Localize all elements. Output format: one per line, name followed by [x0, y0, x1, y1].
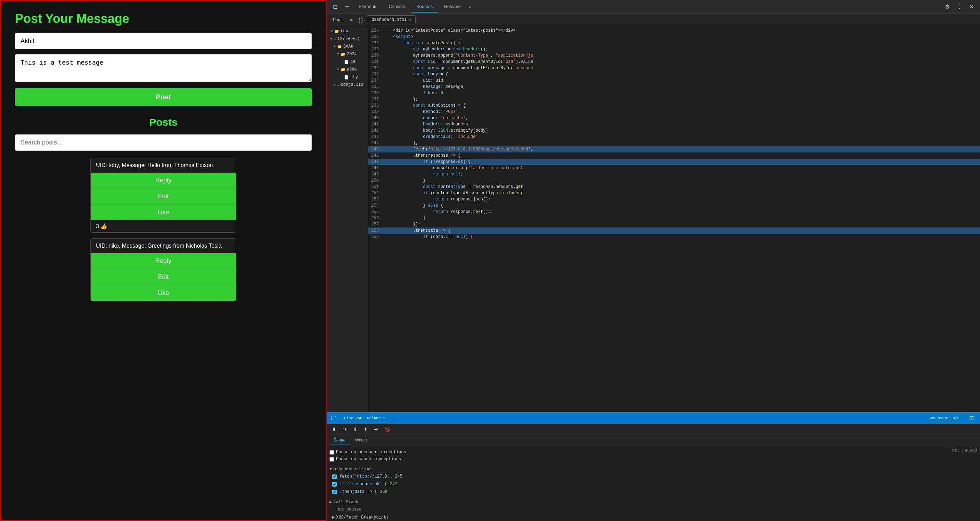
post-button[interactable]: Post: [15, 88, 312, 106]
edit-button[interactable]: Edit: [91, 269, 236, 285]
code-line: 242 body: JSON.stringify(body),: [368, 127, 980, 134]
like-button[interactable]: Like: [91, 285, 236, 301]
sidebar-label: sty: [350, 75, 358, 79]
xhrfetch-label: XHR/fetch Breakpoints: [336, 515, 388, 520]
breakpoints-section: ▼ ⚙ dashboard.html fetch('http://127.0.……: [329, 465, 651, 496]
edit-button[interactable]: Edit: [91, 189, 236, 205]
code-line: 240 cache: 'no-cache',: [368, 115, 980, 121]
step-over-button[interactable]: ↷: [340, 426, 349, 433]
code-line: 259 if (data.l== null) {: [368, 234, 980, 240]
callstack-header[interactable]: ▶ Call Stack: [329, 499, 651, 506]
more-options-icon[interactable]: ⋮: [954, 2, 965, 11]
code-line: 257 });: [368, 221, 980, 227]
bp1-checkbox[interactable]: [332, 475, 337, 479]
reply-button[interactable]: Reply: [91, 253, 236, 269]
tab-network[interactable]: Network: [439, 1, 466, 13]
post-header: UID: toby, Message: Hello from Thomas Ed…: [91, 158, 236, 173]
coverage-icon[interactable]: ⊡: [966, 413, 977, 423]
step-button[interactable]: ↩: [372, 426, 380, 433]
sidebar-item-saak[interactable]: ▼ 📁 SAAK: [327, 43, 368, 50]
code-line: 231 const uid = document.getElementById(…: [368, 59, 980, 65]
pause-uncaught-label: Pause on uncaught exceptions: [336, 450, 406, 455]
pause-uncaught-item: Pause on uncaught exceptions: [329, 449, 651, 456]
code-line: 232 const message = document.getElementB…: [368, 65, 980, 71]
devtools-panel: ⊡ ▭ Elements Console Sources Network » ⚙…: [327, 0, 980, 521]
message-input[interactable]: This is a test message: [15, 54, 312, 82]
breakpoints-header[interactable]: ▼ ⚙ dashboard.html: [329, 465, 651, 473]
bp1-text: fetch('http://127.0.…: [339, 474, 392, 479]
reply-button[interactable]: Reply: [91, 173, 236, 189]
code-line: 235 message: message,: [368, 84, 980, 90]
sidebar-label: top: [340, 29, 348, 34]
more-pages[interactable]: »: [347, 14, 355, 25]
code-line: 229 var myHeaders = new Headers();: [368, 46, 980, 52]
bp2-text: if (!response.ok) {: [339, 482, 387, 487]
tab-scope[interactable]: Scope: [329, 435, 350, 445]
bp3-checkbox[interactable]: [332, 490, 337, 494]
xhrfetch-header[interactable]: ▶ XHR/fetch Breakpoints: [332, 515, 648, 520]
username-input[interactable]: Akhil: [15, 33, 312, 49]
pause-button[interactable]: ⏸: [329, 426, 339, 433]
like-button[interactable]: Like: [91, 205, 236, 220]
pause-caught-checkbox[interactable]: [329, 457, 334, 462]
tab-sources[interactable]: Sources: [412, 1, 438, 13]
sidebar-item-da[interactable]: 📄 da: [327, 58, 368, 66]
code-line: 233 const body = {: [368, 71, 980, 78]
search-input[interactable]: [15, 134, 312, 151]
file-tab-close-icon[interactable]: ✕: [409, 18, 411, 22]
expand-icon: ▶: [334, 83, 336, 87]
more-tabs[interactable]: »: [467, 2, 474, 12]
settings-icon[interactable]: ⚙: [942, 2, 953, 11]
tab-watch[interactable]: Watch: [351, 435, 371, 445]
code-line: 238 const authOptions = {: [368, 102, 980, 109]
bottom-content: Pause on uncaught exceptions Pause on ca…: [327, 446, 980, 521]
sidebar-item-top[interactable]: ▼ 📁 top: [327, 27, 368, 35]
code-line: 226 <div id="latestPosts" class="latest-…: [368, 27, 980, 34]
format-icon[interactable]: { }: [356, 16, 366, 24]
inspect-icon[interactable]: ⊡: [330, 2, 340, 11]
step-into-button[interactable]: ⬇: [351, 426, 360, 433]
breakpoint-item: fetch('http://127.0.… 245: [329, 473, 651, 480]
breakpoints-file-label: dashboard.html: [337, 467, 372, 472]
deactivate-button[interactable]: 🚫: [382, 426, 392, 433]
xhrfetch-section: ▶ XHR/fetch Breakpoints: [329, 513, 651, 521]
code-line: 228 function createPost() {: [368, 40, 980, 46]
breakpoint-item: if (!response.ok) { 247: [329, 480, 651, 488]
bp2-checkbox[interactable]: [332, 482, 337, 487]
file-icon: 📄: [344, 75, 349, 79]
sidebar-item-sty[interactable]: 📄 sty: [327, 73, 368, 81]
debugger-toolbar: ⏸ ↷ ⬇ ⬆ ↩ 🚫: [327, 424, 980, 435]
sidebar-item-asse[interactable]: ▼ 📁 asse: [327, 66, 368, 73]
post-card: UID: toby, Message: Hello from Thomas Ed…: [91, 158, 236, 233]
devtools-topbar: ⊡ ▭ Elements Console Sources Network » ⚙…: [327, 0, 980, 14]
expand-icon: ▼: [334, 45, 336, 49]
page-title: Post Your Message: [15, 11, 312, 26]
file-tab-dashboard[interactable]: dashboard.html ✕: [367, 15, 415, 24]
device-icon[interactable]: ▭: [342, 2, 352, 11]
callstack-section: ▶ Call Stack Not paused: [329, 499, 651, 513]
step-out-button[interactable]: ⬆: [361, 426, 370, 433]
code-line: 244 };: [368, 140, 980, 146]
pause-caught-item: Pause on caught exceptions: [329, 456, 651, 463]
expand-icon: ▼: [330, 37, 332, 41]
expand-icon: ▼: [331, 30, 333, 33]
sidebar-item-2024[interactable]: ▼ 📁 2024: [327, 50, 368, 58]
sidebar-item-cdnjs[interactable]: ▶ ☁ cdnjs.clo: [327, 81, 368, 89]
close-devtools-icon[interactable]: ✕: [966, 2, 977, 11]
file-tabbar: Page » { } dashboard.html ✕: [327, 14, 980, 26]
expand-icon: ▶: [329, 499, 332, 505]
code-line: 254 } else {: [368, 202, 980, 209]
page-button[interactable]: Page: [329, 16, 346, 24]
code-line: 252 if (contentType && contentType.inclu…: [368, 190, 980, 196]
position-label: Line 258, Column 1: [344, 416, 385, 420]
posts-title: Posts: [15, 116, 312, 128]
code-view: 226 <div id="latestPosts" class="latest-…: [368, 26, 980, 412]
breakpoint-item: .then(data => { 258: [329, 488, 651, 496]
code-line: 230 myHeaders.append("Content-Type", "ap…: [368, 52, 980, 59]
sidebar-item-127[interactable]: ▼ ☁ 127.0.0.1: [327, 35, 368, 43]
tab-console[interactable]: Console: [383, 1, 410, 13]
tab-elements[interactable]: Elements: [354, 1, 382, 13]
breakpoints-file-icon: ⚙: [333, 467, 336, 472]
pause-uncaught-checkbox[interactable]: [329, 450, 334, 455]
cloud-folder-icon: ☁: [337, 83, 339, 87]
